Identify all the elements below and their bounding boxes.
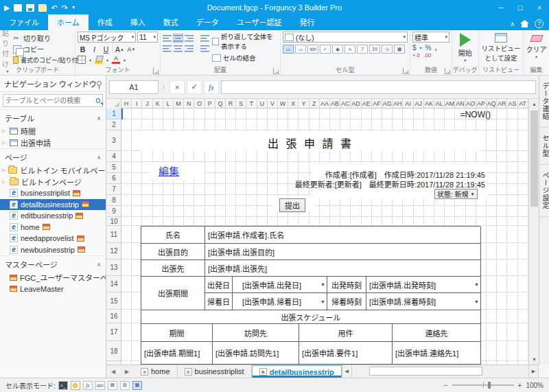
right-panel-tab-0[interactable]: データ連結 [539, 76, 549, 128]
column-header-O[interactable]: O [194, 99, 205, 108]
close-icon[interactable]: × [530, 0, 549, 15]
horizontal-scrollbar[interactable] [352, 365, 528, 378]
font-dialog-launcher-icon[interactable] [153, 68, 159, 74]
column-header-L[interactable]: L [163, 99, 174, 108]
column-header-V[interactable]: V [268, 99, 278, 108]
number-format-dropdown-icon[interactable]: ▾ [443, 34, 448, 40]
zoom-slider-thumb[interactable] [488, 382, 491, 389]
collapse-masters-icon[interactable]: ∧ [97, 262, 101, 268]
row-header-10[interactable]: 10 [106, 217, 121, 226]
ribbon-tab-5[interactable]: データ [187, 14, 228, 30]
column-header-M[interactable]: M [174, 99, 184, 108]
now-formula-cell[interactable]: =NOW() [460, 110, 491, 119]
fill-color-dropdown-icon[interactable]: ▾ [106, 58, 108, 62]
formula-mode-icon[interactable]: fx [83, 381, 93, 390]
align-left-icon[interactable] [163, 45, 172, 52]
schedule-header-1[interactable]: 訪問先 [213, 324, 299, 342]
ribbon-tab-0[interactable]: ファイル [0, 14, 48, 30]
datepicker-celltype-icon[interactable]: 7 [357, 45, 368, 54]
column-header-W[interactable]: W [278, 99, 288, 108]
master-pages-section-header[interactable]: マスターページ∧ [0, 255, 106, 272]
minimize-icon[interactable]: ─ [491, 0, 511, 15]
tree-expand-icon[interactable]: ▷ [2, 168, 5, 173]
column-header-AG[interactable]: AG [382, 99, 393, 108]
column-header-N[interactable]: N [184, 99, 194, 108]
button-celltype-icon[interactable]: ▭ [283, 45, 294, 54]
column-header-S[interactable]: S [236, 99, 246, 108]
font-color-dropdown-icon[interactable]: ▾ [124, 58, 126, 62]
align-bottom-icon[interactable] [185, 34, 194, 42]
set-as-listview-button[interactable]: リストビューとして設定 [481, 32, 522, 62]
font-family-select[interactable]: MS Pゴシック▾ [78, 32, 136, 43]
column-header-AQ[interactable]: AQ [487, 99, 497, 108]
pin-icon[interactable] [97, 81, 102, 86]
bold-button[interactable]: B [78, 44, 88, 54]
decrease-decimal-icon[interactable]: .00 [424, 53, 431, 58]
value-mode-icon[interactable] [71, 381, 80, 390]
grow-font-button[interactable]: A▲ [115, 44, 125, 54]
row-header-7[interactable]: 7 [106, 184, 121, 195]
page-item-3[interactable]: ehome [0, 222, 106, 233]
number-format-select[interactable]: 標準▾ [412, 32, 449, 43]
depart-time-dropdown[interactable]: [出張申請.出発時刻]▼ [366, 277, 481, 293]
collapse-ribbon-icon[interactable]: ∧ [510, 21, 515, 27]
column-header-AA[interactable]: AA [320, 99, 330, 108]
help-icon[interactable]: ? [535, 19, 544, 28]
copy-button[interactable]: コピー [13, 44, 84, 54]
row-header-6[interactable]: 6 [106, 173, 121, 184]
new-file-icon[interactable] [14, 4, 22, 12]
sheet-tabs-prev-icon[interactable]: ◀ [106, 365, 120, 378]
font-family-dropdown-icon[interactable]: ▾ [130, 34, 135, 40]
comma-format-icon[interactable]: , [435, 44, 437, 51]
clear-dropdown-icon[interactable]: ▾ [526, 54, 547, 59]
column-header-AO[interactable]: AO [466, 99, 476, 108]
purpose-value-cell[interactable]: [出張申請.出張目的] [205, 244, 481, 260]
formula-input[interactable] [221, 80, 536, 94]
redo-icon[interactable]: ↷ [62, 3, 68, 12]
column-header-AJ[interactable]: AJ [414, 99, 424, 108]
ribbon-tab-7[interactable]: 発行 [290, 14, 323, 30]
select-all-corner[interactable] [106, 99, 121, 108]
radio-celltype-icon[interactable]: ◉ [332, 45, 343, 54]
depart-date-dropdown-icon[interactable]: ▼ [320, 282, 327, 287]
cut-button[interactable]: 切り取り [13, 33, 84, 43]
column-header-AC[interactable]: AC [340, 99, 351, 108]
table-item-1[interactable]: ▷出張申請 [0, 137, 106, 149]
scroll-up-icon[interactable]: ▲ [529, 99, 539, 109]
schedule-header-2[interactable]: 用件 [299, 324, 393, 342]
column-header-AL[interactable]: AL [434, 99, 445, 108]
tree-expand-icon[interactable]: ▷ [2, 128, 7, 134]
name-value-cell[interactable]: [出張申請.作成者].氏名 [205, 227, 481, 244]
table-item-0[interactable]: ▷時間 [0, 126, 106, 137]
page-item-1[interactable]: edetailbusinesstrip [0, 199, 106, 211]
zoom-out-icon[interactable]: − [444, 382, 448, 389]
start-debug-button[interactable]: 開始 ▾ [454, 32, 476, 62]
number-dialog-launcher-icon[interactable] [445, 68, 451, 74]
depart-date-dropdown[interactable]: [出張申請.出発日]▼ [233, 277, 327, 293]
increase-decimal-icon[interactable]: +.0 [412, 53, 420, 58]
search-input[interactable] [5, 97, 96, 104]
tree-expand-icon[interactable]: ▷ [2, 140, 7, 146]
column-header-X[interactable]: X [288, 99, 299, 108]
label-celltype-icon[interactable]: ▭ [295, 45, 306, 54]
celltype-dropdown-icon[interactable]: ▾ [401, 34, 406, 40]
column-header-AN[interactable]: AN [455, 99, 465, 108]
column-header-AH[interactable]: AH [393, 99, 403, 108]
page-item-4[interactable]: eneedapprovelist [0, 233, 106, 244]
tree-expand-icon[interactable]: ▷ [2, 179, 7, 185]
search-icon[interactable] [96, 98, 100, 103]
increase-indent-icon[interactable] [200, 45, 209, 52]
time-celltype-icon[interactable]: ◷ [382, 45, 393, 54]
insert-function-icon[interactable]: fx [204, 80, 219, 94]
sheet-tab-detailbusinesstrip[interactable]: adetailbusinesstrip [252, 365, 342, 378]
start-debug-dropdown-icon[interactable]: ▾ [454, 58, 476, 62]
image-celltype-icon[interactable]: ▦ [394, 45, 405, 54]
vertical-scroll-thumb[interactable] [530, 111, 538, 207]
celltype-dialog-launcher-icon[interactable] [403, 68, 409, 74]
schedule-header-3[interactable]: 連絡先 [393, 324, 481, 342]
font-size-select[interactable]: 11▾ [137, 32, 158, 43]
row-header-14[interactable]: 14 [106, 276, 121, 292]
celltype-select[interactable]: (なし) ▾ [283, 32, 408, 43]
name-box[interactable]: A1 [109, 80, 159, 94]
home-icon[interactable] [520, 20, 529, 27]
